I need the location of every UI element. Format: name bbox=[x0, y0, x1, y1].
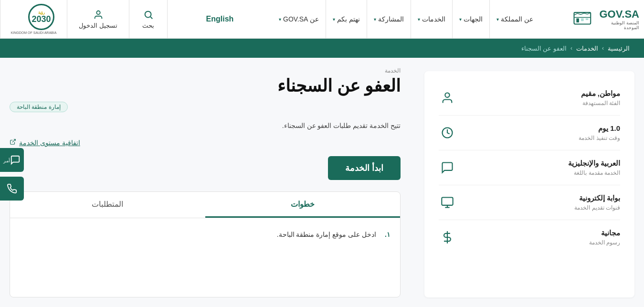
nav-we-care[interactable]: نهتم بكم ▾ bbox=[326, 0, 367, 38]
govsa-logo-area: GOV.SA المنصة الوطنية الموحدة bbox=[568, 0, 644, 38]
search-label: بحث bbox=[142, 22, 154, 29]
nav-services-label: الخدمات bbox=[422, 15, 445, 23]
breadcrumb-current: العفو عن السجناء bbox=[521, 45, 567, 52]
step-1: ١. ادخل على موقع إمارة منطقة الباحة. bbox=[20, 228, 391, 241]
main-header: GOV.SA المنصة الوطنية الموحدة عن المملكة… bbox=[0, 0, 644, 39]
svg-line-6 bbox=[150, 17, 152, 19]
kingdom-label: KINGDOM OF SAUDI ARABIA bbox=[11, 31, 57, 34]
region-tag: إمارة منطقة الباحة bbox=[10, 102, 68, 112]
login-button[interactable]: تسجيل الدخول bbox=[67, 0, 129, 38]
chevron-down-icon: ▾ bbox=[333, 17, 335, 22]
vision-circle: رؤية 2030 bbox=[28, 4, 54, 30]
vision-logo: رؤية 2030 🌴 KINGDOM OF SAUDI ARABIA bbox=[0, 0, 67, 38]
service-side-panel: مواطن, مقيم الفئة المستهدفة 1.0 يوم وقت … bbox=[424, 71, 634, 297]
tag-area: إمارة منطقة الباحة bbox=[10, 102, 401, 112]
main-nav: عن المملكة ▾ الجهات ▾ الخدمات ▾ المشاركة… bbox=[272, 0, 568, 38]
float-chat-widget: أمر bbox=[0, 148, 24, 201]
external-link-icon bbox=[10, 138, 16, 147]
monitor-icon bbox=[439, 194, 456, 211]
breadcrumb-sep-2: › bbox=[570, 45, 572, 52]
svg-rect-4 bbox=[586, 19, 589, 20]
chevron-down-icon: ▾ bbox=[279, 17, 281, 22]
audience-label: الفئة المستهدفة bbox=[581, 100, 620, 106]
tab-requirements[interactable]: المتطلبات bbox=[10, 192, 205, 218]
side-item-channel: بوابة إلكترونية قنوات تقديم الخدمة bbox=[439, 185, 620, 220]
language-toggle[interactable]: English bbox=[167, 0, 272, 38]
govsa-subtitle: المنصة الوطنية الموحدة bbox=[595, 21, 639, 30]
palm-sword-icon: 🌴 bbox=[13, 11, 26, 24]
person-icon bbox=[93, 10, 104, 20]
chat-bubble-icon bbox=[439, 159, 456, 176]
login-label: تسجيل الدخول bbox=[79, 22, 117, 29]
tabs-container: خطوات المتطلبات ١. ادخل على موقع إمارة م… bbox=[10, 191, 401, 297]
channel-value: بوابة إلكترونية bbox=[574, 194, 620, 202]
side-item-duration: 1.0 يوم وقت تنفيذ الخدمة bbox=[439, 116, 620, 150]
svg-point-7 bbox=[96, 11, 100, 14]
chevron-down-icon: ▾ bbox=[459, 17, 462, 22]
svg-rect-3 bbox=[581, 19, 584, 21]
breadcrumb: الرئيسية › الخدمات › العفو عن السجناء bbox=[0, 39, 644, 58]
svg-rect-11 bbox=[442, 198, 453, 205]
currency-icon bbox=[439, 229, 456, 246]
nav-services[interactable]: الخدمات ▾ bbox=[411, 0, 452, 38]
nav-about-govsa-label: عن GOV.SA bbox=[283, 15, 319, 23]
govsa-text: GOV.SA bbox=[595, 8, 639, 21]
breadcrumb-sep-1: › bbox=[602, 45, 604, 52]
clock-icon bbox=[439, 124, 456, 141]
search-icon bbox=[143, 10, 154, 20]
fee-value: مجانية bbox=[589, 229, 620, 237]
tab-steps[interactable]: خطوات bbox=[205, 192, 401, 218]
fee-label: رسوم الخدمة bbox=[589, 239, 620, 246]
language-label: الخدمة مقدمة باللغة bbox=[568, 169, 620, 176]
govsa-icon bbox=[572, 9, 592, 29]
step-num-1: ١. bbox=[381, 228, 391, 241]
start-service-button[interactable]: ابدأ الخدمة bbox=[328, 156, 401, 180]
right-area: الخدمة العفو عن السجناء إمارة منطقة البا… bbox=[0, 58, 415, 307]
nav-about-kingdom[interactable]: عن المملكة ▾ bbox=[489, 0, 540, 38]
nav-we-care-label: نهتم بكم bbox=[337, 15, 360, 23]
service-agreement-link-area: اتفاقية مستوى الخدمة bbox=[10, 138, 401, 147]
breadcrumb-home[interactable]: الرئيسية bbox=[608, 45, 630, 52]
nav-entities-label: الجهات bbox=[464, 15, 483, 23]
govsa-logo: GOV.SA المنصة الوطنية الموحدة bbox=[572, 8, 639, 30]
chevron-down-icon: ▾ bbox=[418, 17, 420, 22]
svg-text:🌴: 🌴 bbox=[13, 11, 13, 22]
nav-entities[interactable]: الجهات ▾ bbox=[452, 0, 489, 38]
svg-line-15 bbox=[12, 139, 15, 142]
main-content: مواطن, مقيم الفئة المستهدفة 1.0 يوم وقت … bbox=[0, 58, 644, 307]
service-agreement-link[interactable]: اتفاقية مستوى الخدمة bbox=[19, 139, 80, 147]
tabs-header: خطوات المتطلبات bbox=[10, 192, 400, 218]
audience-value: مواطن, مقيم bbox=[581, 89, 620, 98]
side-item-fee: مجانية رسوم الخدمة bbox=[439, 220, 620, 254]
nav-participation-label: المشاركة bbox=[378, 15, 404, 23]
chevron-down-icon: ▾ bbox=[374, 17, 376, 22]
nav-participation[interactable]: المشاركة ▾ bbox=[367, 0, 411, 38]
language-value: العربية والإنجليزية bbox=[568, 159, 620, 168]
side-item-language: العربية والإنجليزية الخدمة مقدمة باللغة bbox=[439, 150, 620, 185]
channel-label: قنوات تقديم الخدمة bbox=[574, 204, 620, 211]
phone-button[interactable] bbox=[0, 177, 24, 201]
step-text-1: ادخل على موقع إمارة منطقة الباحة. bbox=[277, 228, 376, 241]
search-button[interactable]: بحث bbox=[129, 0, 167, 38]
svg-point-9 bbox=[445, 93, 449, 97]
chat-label: أمر bbox=[3, 158, 10, 163]
svg-rect-2 bbox=[576, 19, 579, 22]
person-icon bbox=[439, 89, 456, 106]
chevron-down-icon: ▾ bbox=[496, 17, 499, 22]
tab-steps-content: ١. ادخل على موقع إمارة منطقة الباحة. bbox=[10, 218, 400, 254]
service-description: تتيح الخدمة تقديم طلبات العفو عن السجناء… bbox=[10, 120, 401, 132]
service-title: العفو عن السجناء bbox=[10, 76, 401, 96]
nav-about-govsa[interactable]: عن GOV.SA ▾ bbox=[272, 0, 326, 38]
duration-label: وقت تنفيذ الخدمة bbox=[579, 135, 620, 141]
side-item-audience: مواطن, مقيم الفئة المستهدفة bbox=[439, 81, 620, 116]
svg-point-5 bbox=[145, 11, 151, 17]
chat-button[interactable]: أمر bbox=[0, 148, 24, 172]
breadcrumb-services[interactable]: الخدمات bbox=[576, 45, 598, 52]
nav-about-kingdom-label: عن المملكة bbox=[501, 15, 533, 23]
duration-value: 1.0 يوم bbox=[579, 124, 620, 133]
service-small-label: الخدمة bbox=[10, 67, 401, 74]
